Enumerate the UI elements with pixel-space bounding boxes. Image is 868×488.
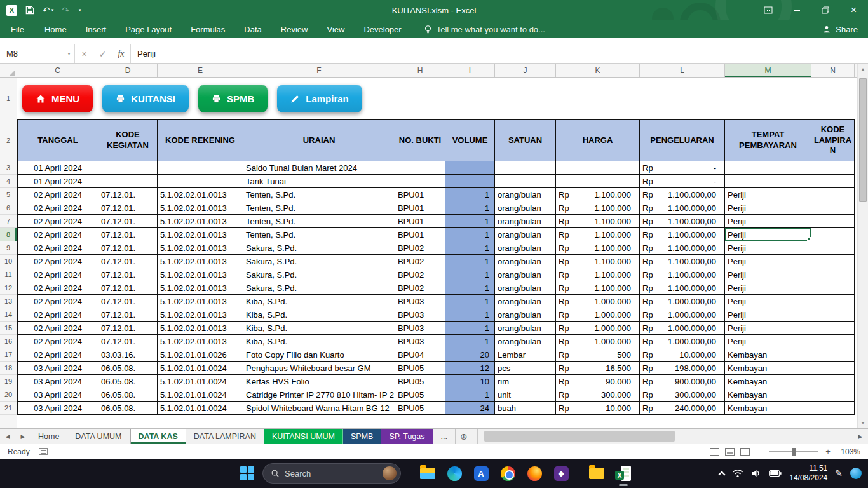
cell-kode-lampiran[interactable]: [811, 175, 855, 188]
cell-tanggal[interactable]: 03 April 2024: [17, 375, 98, 388]
cell-tanggal[interactable]: 02 April 2024: [17, 335, 98, 348]
column-header-j[interactable]: J: [495, 64, 556, 77]
cell-tempat-pembayaran[interactable]: Periji: [725, 295, 811, 308]
row-header-8[interactable]: 8: [0, 228, 17, 241]
customize-quick-access-button[interactable]: ▾: [78, 8, 81, 13]
row-header-5[interactable]: 5: [0, 188, 17, 201]
sheet-tab-sp-tugas[interactable]: SP. Tugas: [381, 429, 433, 444]
scroll-up-button[interactable]: ▲: [858, 64, 868, 74]
cell-harga[interactable]: Rp1.100.000: [556, 281, 640, 295]
firefox-button[interactable]: [526, 465, 543, 482]
cell-kode-kegiatan[interactable]: 06.05.08.: [98, 362, 158, 375]
column-header-d[interactable]: D: [98, 64, 158, 77]
cell-tanggal[interactable]: 01 April 2024: [17, 175, 98, 188]
row-header-15[interactable]: 15: [0, 322, 17, 335]
cell-kode-kegiatan[interactable]: [98, 175, 158, 188]
ribbon-tab-insert[interactable]: Insert: [76, 20, 116, 38]
minimize-button[interactable]: [782, 0, 811, 20]
cell-satuan[interactable]: orang/bulan: [495, 335, 556, 348]
close-button[interactable]: ×: [839, 0, 868, 20]
header-kode-rekening[interactable]: KODE REKENING: [158, 119, 243, 161]
cell-volume[interactable]: 1: [445, 268, 495, 281]
cell-volume[interactable]: 12: [445, 362, 495, 375]
cell-tempat-pembayaran[interactable]: Periji: [725, 335, 811, 348]
cell-kode-kegiatan[interactable]: 07.12.01.: [98, 295, 158, 308]
new-sheet-button[interactable]: ⊕: [456, 429, 472, 444]
cell-kode-kegiatan[interactable]: [98, 161, 158, 175]
cell-volume[interactable]: 1: [445, 188, 495, 201]
cell-kode-rekening[interactable]: 5.1.02.02.01.0013: [158, 241, 243, 255]
cell-volume[interactable]: 24: [445, 402, 495, 415]
fill-handle[interactable]: [807, 237, 811, 241]
header-kode-kegiatan[interactable]: KODE KEGIATAN: [98, 119, 158, 161]
column-header-n[interactable]: N: [811, 64, 855, 77]
cell-tempat-pembayaran[interactable]: Periji: [725, 308, 811, 322]
cell-tempat-pembayaran[interactable]: [725, 175, 811, 188]
sheet-tab-kuitansi-umum[interactable]: KUITANSI UMUM: [264, 429, 343, 444]
cell-harga[interactable]: Rp1.000.000: [556, 295, 640, 308]
pen-icon[interactable]: ✎: [835, 468, 843, 478]
cell-no-bukti[interactable]: BPU05: [395, 362, 445, 375]
cell-satuan[interactable]: orang/bulan: [495, 281, 556, 295]
cell-kode-lampiran[interactable]: [811, 268, 855, 281]
taskbar-search[interactable]: [262, 463, 401, 484]
cell-satuan[interactable]: orang/bulan: [495, 308, 556, 322]
cell-kode-kegiatan[interactable]: 07.12.01.: [98, 201, 158, 215]
cell-satuan[interactable]: orang/bulan: [495, 268, 556, 281]
cell-tanggal[interactable]: 02 April 2024: [17, 348, 98, 362]
header-tempat-pembayaran[interactable]: TEMPAT PEMBAYARAN: [725, 119, 811, 161]
cell-volume[interactable]: [445, 161, 495, 175]
cell-satuan[interactable]: orang/bulan: [495, 228, 556, 241]
cell-harga[interactable]: Rp1.000.000: [556, 322, 640, 335]
header-no-bukti[interactable]: NO. BUKTI: [395, 119, 445, 161]
start-button[interactable]: [240, 466, 254, 480]
search-highlight-icon[interactable]: [383, 466, 397, 480]
cell-tempat-pembayaran[interactable]: Periji: [725, 268, 811, 281]
cell-no-bukti[interactable]: BPU02: [395, 241, 445, 255]
purple-app-button[interactable]: ◆: [553, 465, 569, 482]
cell-no-bukti[interactable]: BPU02: [395, 255, 445, 268]
cell-uraian[interactable]: Catridge Printer IP 2770 810 Hitam- IP 2: [243, 388, 395, 402]
zoom-slider-thumb[interactable]: [792, 448, 796, 456]
cell-uraian[interactable]: Tenten, S.Pd.: [243, 188, 395, 201]
cell-uraian[interactable]: Tenten, S.Pd.: [243, 228, 395, 241]
cell-kode-rekening[interactable]: 5.1.02.02.01.0013: [158, 268, 243, 281]
cell-tempat-pembayaran[interactable]: Periji: [725, 281, 811, 295]
cell-tempat-pembayaran[interactable]: Periji: [725, 228, 811, 241]
cell-uraian[interactable]: Tarik Tunai: [243, 175, 395, 188]
volume-icon[interactable]: [751, 469, 761, 478]
cell-volume[interactable]: 20: [445, 348, 495, 362]
row-header-16[interactable]: 16: [0, 335, 17, 348]
redo-button[interactable]: ↷: [62, 5, 69, 15]
cell-tanggal[interactable]: 02 April 2024: [17, 281, 98, 295]
cell-kode-rekening[interactable]: 5.1.02.02.01.0013: [158, 295, 243, 308]
sheet-nav-left-button[interactable]: ◀: [0, 429, 15, 444]
cell-kode-lampiran[interactable]: [811, 402, 855, 415]
cell-tempat-pembayaran[interactable]: Kembayan: [725, 362, 811, 375]
cell-pengeluaran[interactable]: Rp1.100.000,00: [640, 201, 725, 215]
share-button[interactable]: Share: [812, 20, 868, 38]
row-header-10[interactable]: 10: [0, 255, 17, 268]
cell-uraian[interactable]: Sakura, S.Pd.: [243, 281, 395, 295]
column-header-f[interactable]: F: [243, 64, 395, 77]
cell-volume[interactable]: 1: [445, 241, 495, 255]
cell-kode-rekening[interactable]: 5.1.02.02.01.0013: [158, 215, 243, 228]
ribbon-tab-developer[interactable]: Developer: [354, 20, 410, 38]
column-header-i[interactable]: I: [445, 64, 495, 77]
battery-icon[interactable]: [769, 470, 782, 477]
cell-kode-rekening[interactable]: [158, 175, 243, 188]
cell-uraian[interactable]: Tenten, S.Pd.: [243, 201, 395, 215]
cell-kode-kegiatan[interactable]: 07.12.01.: [98, 268, 158, 281]
cell-harga[interactable]: Rp500: [556, 348, 640, 362]
cell-no-bukti[interactable]: [395, 161, 445, 175]
row-header-7[interactable]: 7: [0, 215, 17, 228]
ribbon-tab-view[interactable]: View: [317, 20, 354, 38]
row-header-2[interactable]: 2: [0, 119, 17, 161]
cell-no-bukti[interactable]: BPU04: [395, 348, 445, 362]
cell-pengeluaran[interactable]: Rp1.000.000,00: [640, 308, 725, 322]
cell-kode-kegiatan[interactable]: 07.12.01.: [98, 335, 158, 348]
cell-kode-lampiran[interactable]: [811, 241, 855, 255]
cell-kode-rekening[interactable]: 5.1.02.02.01.0013: [158, 308, 243, 322]
cell-kode-kegiatan[interactable]: 07.12.01.: [98, 308, 158, 322]
cell-no-bukti[interactable]: BPU03: [395, 295, 445, 308]
